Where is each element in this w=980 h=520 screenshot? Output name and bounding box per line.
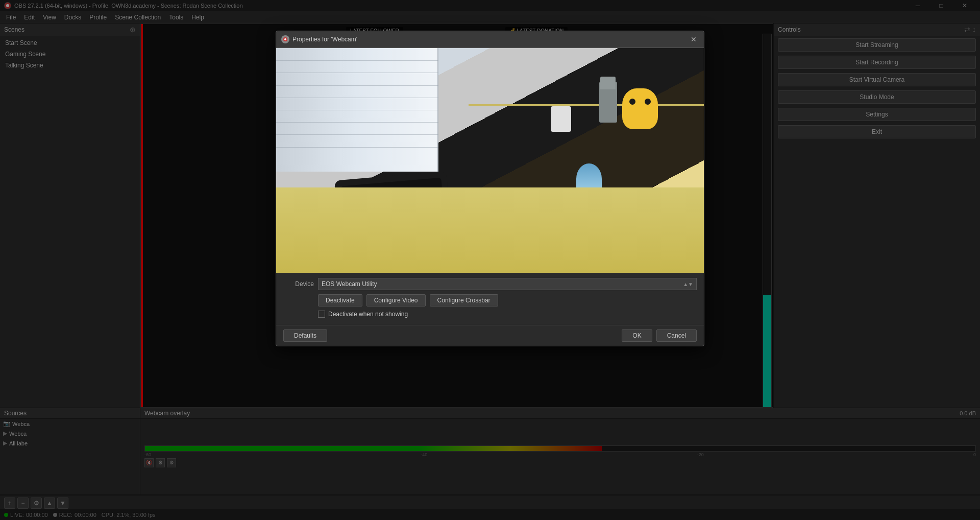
dialog-footer-right: OK Cancel [622, 329, 697, 342]
floor-area [276, 187, 704, 273]
dialog-footer-left: Defaults [283, 329, 327, 342]
shelf [469, 104, 704, 106]
dialog-body: Device EOS Webcam Utility ▲▼ Deactivate … [276, 273, 704, 325]
configure-video-button[interactable]: Configure Video [366, 294, 426, 306]
device-row: Device EOS Webcam Utility ▲▼ [283, 278, 697, 290]
dialog-titlebar: Properties for 'Webcam' ✕ [276, 31, 704, 48]
cancel-button[interactable]: Cancel [656, 329, 697, 342]
device-label: Device [283, 280, 314, 288]
device-select[interactable]: EOS Webcam Utility ▲▼ [318, 278, 697, 290]
deactivate-checkbox[interactable] [318, 311, 325, 318]
checkbox-row: Deactivate when not showing [283, 311, 697, 318]
action-buttons-row: Deactivate Configure Video Configure Cro… [283, 294, 697, 306]
dialog-close-button[interactable]: ✕ [689, 34, 699, 44]
robot-figure [599, 82, 617, 123]
dialog-icon [281, 35, 289, 43]
ok-button[interactable]: OK [622, 329, 652, 342]
deactivate-checkbox-label: Deactivate when not showing [328, 311, 408, 318]
pikachu-shape [622, 88, 658, 129]
svg-point-3 [284, 38, 286, 40]
device-select-value: EOS Webcam Utility [322, 280, 377, 288]
defaults-button[interactable]: Defaults [283, 329, 327, 342]
blinds [276, 48, 438, 172]
properties-dialog: Properties for 'Webcam' ✕ [276, 31, 704, 346]
dialog-overlay: Properties for 'Webcam' ✕ [0, 0, 980, 520]
dialog-title: Properties for 'Webcam' [292, 36, 689, 43]
dialog-preview-area [276, 48, 704, 273]
select-arrow-icon: ▲▼ [683, 281, 693, 287]
dialog-footer: Defaults OK Cancel [276, 325, 704, 346]
deactivate-button[interactable]: Deactivate [318, 294, 362, 306]
white-box [551, 106, 571, 132]
configure-crossbar-button[interactable]: Configure Crossbar [430, 294, 498, 306]
